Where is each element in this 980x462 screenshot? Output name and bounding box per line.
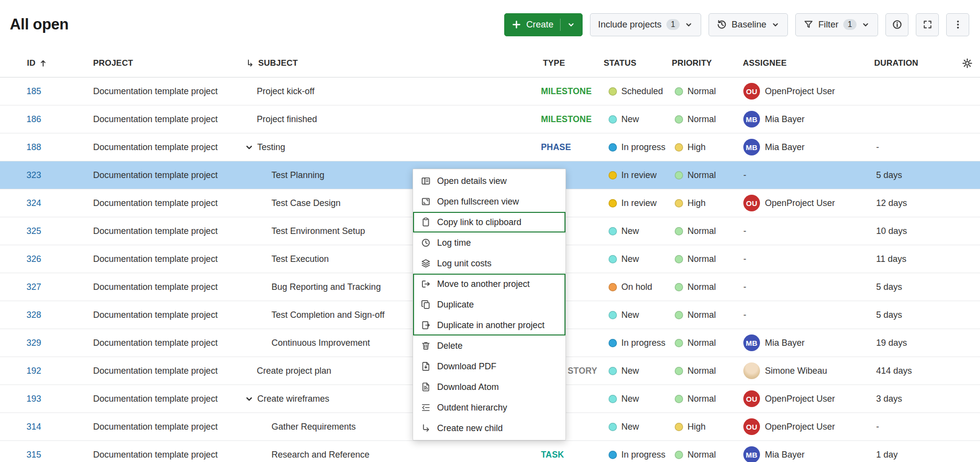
- work-package-id-link[interactable]: 326: [26, 254, 41, 264]
- priority-cell[interactable]: Normal: [672, 273, 743, 301]
- priority-cell[interactable]: Normal: [672, 441, 743, 462]
- project-name[interactable]: Documentation template project: [93, 226, 218, 236]
- assignee-cell[interactable]: MBMia Bayer: [743, 441, 874, 462]
- work-package-id-link[interactable]: 192: [26, 366, 41, 376]
- menu-item[interactable]: Delete: [413, 335, 565, 356]
- menu-item[interactable]: Open details view: [413, 171, 565, 191]
- project-name[interactable]: Documentation template project: [93, 366, 218, 376]
- column-header-id[interactable]: ID: [0, 58, 93, 68]
- priority-cell[interactable]: Normal: [672, 329, 743, 357]
- chevron-down-icon[interactable]: [245, 394, 254, 404]
- project-name[interactable]: Documentation template project: [93, 338, 218, 348]
- status-cell[interactable]: New: [604, 217, 672, 245]
- subject-text[interactable]: Test Planning: [271, 170, 324, 180]
- include-projects-button[interactable]: Include projects 1: [590, 13, 701, 36]
- subject-text[interactable]: Project finished: [257, 114, 317, 125]
- table-settings-button[interactable]: [955, 58, 980, 69]
- subject-text[interactable]: Test Environment Setup: [271, 226, 365, 236]
- status-cell[interactable]: In review: [604, 161, 672, 189]
- project-name[interactable]: Documentation template project: [93, 282, 218, 292]
- column-header-assignee[interactable]: ASSIGNEE: [743, 58, 874, 68]
- menu-item[interactable]: Copy link to clipboard: [413, 212, 565, 232]
- work-package-id-link[interactable]: 328: [26, 310, 41, 320]
- menu-item[interactable]: Move to another project: [413, 274, 565, 294]
- project-name[interactable]: Documentation template project: [93, 142, 218, 153]
- menu-item[interactable]: Log time: [413, 232, 565, 253]
- menu-item[interactable]: Create new child: [413, 418, 565, 438]
- work-package-id-link[interactable]: 315: [26, 450, 41, 460]
- status-cell[interactable]: In progress: [604, 133, 672, 161]
- menu-item[interactable]: Open fullscreen view: [413, 191, 565, 212]
- project-name[interactable]: Documentation template project: [93, 310, 218, 320]
- status-cell[interactable]: New: [604, 105, 672, 133]
- priority-cell[interactable]: High: [672, 189, 743, 217]
- assignee-cell[interactable]: OUOpenProject User: [743, 189, 874, 217]
- menu-item[interactable]: Outdent hierarchy: [413, 397, 565, 418]
- assignee-cell[interactable]: -: [743, 161, 874, 189]
- column-header-priority[interactable]: PRIORITY: [672, 58, 743, 68]
- priority-cell[interactable]: Normal: [672, 385, 743, 412]
- work-package-id-link[interactable]: 325: [26, 226, 41, 236]
- chevron-down-icon[interactable]: [245, 143, 254, 152]
- column-header-project[interactable]: PROJECT: [93, 58, 240, 68]
- assignee-cell[interactable]: -: [743, 245, 874, 273]
- work-package-id-link[interactable]: 329: [26, 338, 41, 348]
- subject-text[interactable]: Create project plan: [257, 366, 331, 376]
- status-cell[interactable]: New: [604, 357, 672, 385]
- assignee-cell[interactable]: OUOpenProject User: [743, 77, 874, 105]
- subject-text[interactable]: Continuous Improvement: [271, 338, 370, 348]
- priority-cell[interactable]: High: [672, 133, 743, 161]
- column-header-subject[interactable]: SUBJECT: [240, 58, 541, 68]
- subject-text[interactable]: Research and Reference: [271, 450, 369, 460]
- project-name[interactable]: Documentation template project: [93, 86, 218, 97]
- project-name[interactable]: Documentation template project: [93, 422, 218, 432]
- menu-item[interactable]: Duplicate in another project: [413, 315, 565, 335]
- column-header-duration[interactable]: DURATION: [874, 58, 955, 68]
- assignee-cell[interactable]: -: [743, 301, 874, 329]
- project-name[interactable]: Documentation template project: [93, 114, 218, 125]
- subject-text[interactable]: Gather Requirements: [271, 422, 356, 432]
- project-name[interactable]: Documentation template project: [93, 198, 218, 208]
- info-button[interactable]: [885, 13, 908, 36]
- filter-button[interactable]: Filter 1: [795, 13, 878, 36]
- project-name[interactable]: Documentation template project: [93, 254, 218, 264]
- status-cell[interactable]: In progress: [604, 441, 672, 462]
- status-cell[interactable]: New: [604, 413, 672, 440]
- table-row[interactable]: 315Documentation template projectResearc…: [0, 441, 980, 462]
- subject-text[interactable]: Create wireframes: [257, 394, 329, 404]
- work-package-id-link[interactable]: 186: [26, 114, 41, 125]
- assignee-cell[interactable]: MBMia Bayer: [743, 133, 874, 161]
- subject-text[interactable]: Test Case Design: [271, 198, 341, 208]
- subject-text[interactable]: Testing: [257, 142, 285, 153]
- work-package-id-link[interactable]: 324: [26, 198, 41, 208]
- column-header-status[interactable]: STATUS: [604, 58, 672, 68]
- status-cell[interactable]: New: [604, 301, 672, 329]
- work-package-id-link[interactable]: 314: [26, 422, 41, 432]
- menu-item[interactable]: Duplicate: [413, 294, 565, 315]
- assignee-cell[interactable]: OUOpenProject User: [743, 385, 874, 412]
- subject-text[interactable]: Bug Reporting and Tracking: [271, 282, 381, 292]
- status-cell[interactable]: Scheduled: [604, 77, 672, 105]
- project-name[interactable]: Documentation template project: [93, 450, 218, 460]
- table-row[interactable]: 186Documentation template projectProject…: [0, 105, 980, 133]
- menu-item[interactable]: Download Atom: [413, 377, 565, 397]
- create-button[interactable]: Create: [504, 13, 583, 36]
- priority-cell[interactable]: Normal: [672, 161, 743, 189]
- priority-cell[interactable]: High: [672, 413, 743, 440]
- more-options-button[interactable]: [946, 13, 969, 36]
- project-name[interactable]: Documentation template project: [93, 170, 218, 180]
- work-package-id-link[interactable]: 185: [26, 86, 41, 97]
- status-cell[interactable]: In review: [604, 189, 672, 217]
- menu-item[interactable]: Download PDF: [413, 356, 565, 377]
- status-cell[interactable]: New: [604, 245, 672, 273]
- assignee-cell[interactable]: MBMia Bayer: [743, 105, 874, 133]
- status-cell[interactable]: New: [604, 385, 672, 412]
- priority-cell[interactable]: Normal: [672, 301, 743, 329]
- subject-text[interactable]: Test Completion and Sign-off: [271, 310, 385, 320]
- work-package-id-link[interactable]: 188: [26, 142, 41, 153]
- assignee-cell[interactable]: Simone Wibeau: [743, 357, 874, 385]
- table-row[interactable]: 188Documentation template projectTesting…: [0, 133, 980, 161]
- work-package-id-link[interactable]: 193: [26, 394, 41, 404]
- priority-cell[interactable]: Normal: [672, 245, 743, 273]
- status-cell[interactable]: On hold: [604, 273, 672, 301]
